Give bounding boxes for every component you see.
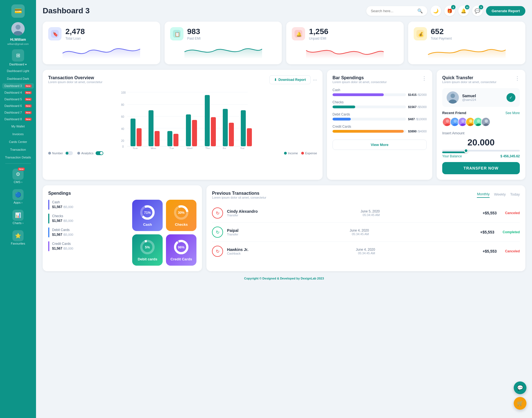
search-input[interactable]	[371, 9, 415, 13]
total-payment-value: 652	[431, 27, 452, 36]
view-more-button[interactable]: View More	[332, 140, 427, 150]
transaction-overview-title: Transaction Overview	[48, 75, 103, 80]
prev-tx-subtitle: Lorem ipsum dolor sit amet, consectetur	[212, 196, 266, 199]
sidebar: 💳 Hi,William william@gmail.com ⊞ Dashboa…	[0, 0, 36, 418]
download-report-button[interactable]: ⬇ Download Report	[269, 75, 311, 84]
donut-card-cash[interactable]: 71% Cash	[132, 200, 163, 231]
svg-text:40: 40	[121, 127, 124, 130]
charts-icon: 📊	[15, 212, 21, 218]
logo-icon: 💳	[14, 7, 22, 15]
sidebar-item-apps[interactable]: 🔵 Apps ›	[2, 187, 34, 206]
spending-row-checks: Checks $1567 /$5000	[332, 100, 427, 109]
svg-text:📋: 📋	[175, 32, 180, 37]
svg-text:Tue: Tue	[169, 147, 174, 149]
balance-value: $ 456,345.62	[500, 154, 520, 158]
cms-icon: ⚙	[16, 171, 20, 177]
gift-btn[interactable]: 🎁 2	[444, 6, 455, 16]
bar-spendings-menu-btn[interactable]: ⋮	[422, 75, 427, 81]
friend-avatar-6[interactable]	[481, 117, 490, 127]
amount-slider[interactable]	[442, 150, 520, 153]
cms-badge: New	[18, 168, 25, 171]
tx-time-1: 05:34:45 AM	[360, 213, 380, 217]
tx-date-1: June 5, 2020	[360, 209, 380, 213]
svg-rect-43	[247, 128, 252, 146]
fab-chat[interactable]: 💬	[514, 381, 526, 394]
sidebar-item-transaction-details[interactable]: Transaction Details	[2, 154, 34, 161]
svg-rect-30	[131, 119, 135, 146]
svg-rect-38	[205, 95, 210, 146]
donut-card-credit[interactable]: 96% Credit Cards	[166, 234, 196, 266]
charts-label: Charts ›	[12, 221, 23, 225]
tab-monthly[interactable]: Monthly	[477, 191, 490, 198]
stat-cards: 🔖 2,478 Total Loan 📋 983 Pai	[43, 22, 525, 64]
header-right: 🔍 🌙 🎁 2 🔔 12 💬 5 Generate Report	[366, 6, 525, 16]
dashboard-icon-btn[interactable]: ⊞	[12, 49, 24, 61]
bottom-row: Spendings Cash $1,567 /$5,000 Checks	[43, 185, 525, 271]
sidebar-item-invoices[interactable]: Invoices	[2, 131, 34, 137]
unpaid-emi-label: Unpaid EMI	[309, 37, 328, 40]
quick-transfer-menu-btn[interactable]: ⋮	[515, 75, 520, 81]
total-loan-value: 2,478	[65, 27, 85, 36]
transaction-item-3: ↻ Hawkins Jr. Cashback June 4, 2020 05:3…	[212, 242, 520, 261]
paid-emi-icon: 📋	[170, 27, 183, 40]
sidebar-item-transaction[interactable]: Transaction	[2, 146, 34, 153]
quick-transfer-title: Quick Transfer	[442, 75, 497, 80]
stat-card-total-loan: 🔖 2,478 Total Loan	[43, 22, 160, 64]
tab-weekly[interactable]: Weekly	[494, 191, 506, 198]
search-box[interactable]: 🔍	[366, 6, 427, 16]
transfer-now-button[interactable]: TRANSFER NOW	[442, 162, 520, 174]
fab-chat-icon: 💬	[517, 385, 523, 391]
favourites-label: Favourites	[11, 242, 25, 245]
sidebar-item-dashboard-dark[interactable]: Dashboard Dark	[2, 75, 34, 82]
svg-point-60	[477, 119, 480, 123]
generate-report-button[interactable]: Generate Report	[486, 6, 525, 16]
theme-toggle-btn[interactable]: 🌙	[431, 6, 441, 16]
transfer-user: Samuel @sam224 ✓	[442, 88, 520, 107]
transfer-check-icon[interactable]: ✓	[507, 93, 515, 102]
svg-rect-33	[155, 131, 160, 146]
transaction-menu-btn[interactable]: ···	[313, 77, 317, 83]
tx-name-2: Paipal	[227, 228, 238, 233]
svg-point-45	[451, 94, 455, 98]
total-payment-icon: 💰	[414, 27, 427, 40]
donut-card-checks[interactable]: 30% Checks	[166, 200, 196, 231]
donut-chart-debit: 5%	[139, 239, 156, 255]
transaction-item-1: ↻ Cindy Alexandro Transfer June 5, 2020 …	[212, 204, 520, 223]
quick-transfer-card: Quick Transfer Lorem ipsum dolor sit ame…	[437, 70, 525, 180]
sidebar-item-dashboard4[interactable]: Dashboard 4New	[2, 90, 34, 95]
sidebar-item-cms[interactable]: ⚙ New CMS ›	[2, 166, 34, 186]
footer: Copyright © Designed & Developed by Dexi…	[43, 277, 525, 283]
sidebar-item-cards[interactable]: Cards Center	[2, 139, 34, 145]
tx-type-2: Transfer	[227, 233, 238, 236]
sidebar-item-dashboard3[interactable]: Dashboard 3New	[2, 83, 34, 89]
paid-emi-wave	[170, 45, 277, 59]
transaction-overview-card: Transaction Overview Lorem ipsum dolor s…	[43, 70, 323, 180]
sidebar-item-dashboard6[interactable]: Dashboard 6New	[2, 103, 34, 109]
sidebar-item-charts[interactable]: 📊 Charts ›	[2, 207, 34, 227]
sidebar-item-favourites[interactable]: ⭐ Favourites	[2, 228, 34, 247]
tab-today[interactable]: Today	[510, 191, 520, 198]
moon-icon: 🌙	[433, 8, 439, 14]
donut-credit-label: Credit Cards	[170, 257, 192, 261]
sidebar-item-wallet[interactable]: My Wallet	[2, 123, 34, 130]
see-more-link[interactable]: See More	[505, 111, 520, 115]
fab-cart[interactable]: 🛒	[514, 397, 526, 410]
transaction-overview-subtitle: Lorem ipsum dolor sit amet, consectetur	[48, 80, 103, 84]
spending-row-cash: Cash $1415 /$2000	[332, 88, 427, 96]
gift-badge: 2	[451, 5, 456, 9]
sidebar-item-dashboard8[interactable]: Dashboard 8New	[2, 116, 34, 122]
svg-text:20: 20	[121, 139, 124, 142]
svg-text:Sun: Sun	[133, 147, 138, 149]
sidebar-logo[interactable]: 💳	[11, 4, 25, 18]
spendings-list-item-credit: Credit Cards $1,567 /$5,000	[48, 241, 128, 251]
sidebar-item-dashboard7[interactable]: Dashboard 7New	[2, 110, 34, 115]
donut-card-debit[interactable]: 5% Debit cards	[132, 234, 163, 266]
chat-btn[interactable]: 💬 5	[472, 6, 483, 16]
sidebar-item-dashboard5[interactable]: Dashboard 5New	[2, 96, 34, 102]
transfer-avatar	[447, 91, 459, 104]
svg-point-48	[446, 119, 449, 123]
svg-point-1	[16, 25, 21, 30]
sidebar-item-dashboard-light[interactable]: Dashboard Light	[2, 68, 34, 74]
svg-rect-39	[211, 117, 216, 146]
bell-btn[interactable]: 🔔 12	[458, 6, 469, 16]
